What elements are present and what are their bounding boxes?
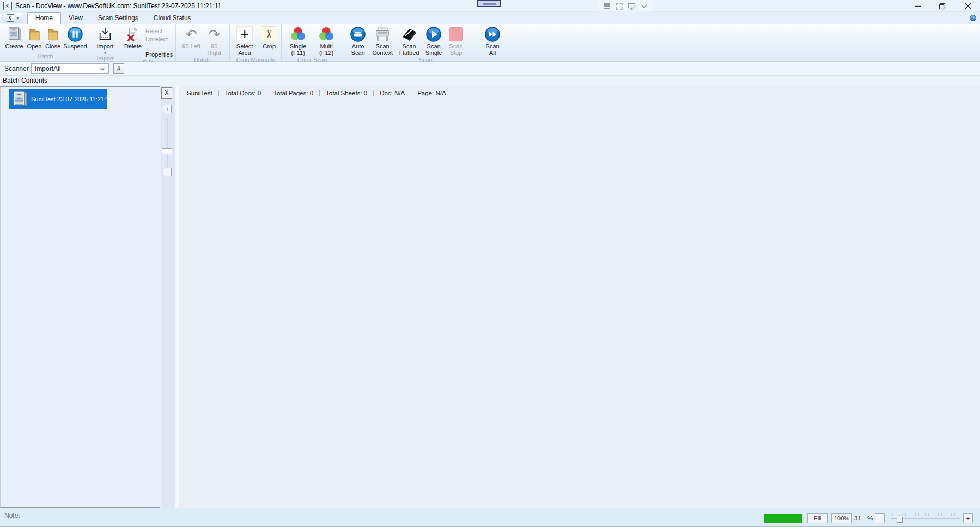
flatbed-icon — [401, 26, 417, 42]
status-bar: Note: Fill 100% 31 % - + — [0, 508, 980, 527]
select-area-button[interactable]: + Select Area — [233, 24, 257, 56]
ribbon-button-label: Scan All — [482, 44, 503, 56]
svg-text:S: S — [8, 15, 11, 21]
tab-scan-settings[interactable]: Scan Settings — [90, 12, 146, 24]
zoom-slider-thumb-vertical[interactable] — [162, 148, 172, 154]
ribbon-button-label: Scan Single — [423, 44, 444, 56]
remote-toolbar — [599, 0, 652, 12]
minimize-button[interactable] — [909, 0, 927, 12]
zoom-in-button-vertical[interactable]: + — [163, 105, 172, 113]
note-label: Note: — [4, 512, 20, 519]
ribbon-group-label: Batch — [4, 52, 87, 61]
ribbon-button-label: Scan Stop — [446, 44, 466, 56]
ribbon-button-label: Crop — [263, 44, 276, 50]
svg-text:S: S — [5, 3, 9, 9]
ribbon-group-rotate: ↶ 90 Left ↷ 90 Right Rotate — [176, 24, 230, 61]
title-bar: S Scan - DocView - www.DevSoftUK.com: Su… — [0, 0, 980, 12]
batch-tree-item[interactable]: SunilTest 23-07-2025 11:21:11 — [9, 89, 107, 109]
restore-button[interactable] — [933, 0, 951, 12]
close-document-button[interactable]: X — [161, 87, 172, 99]
color-scan-single-button[interactable]: Single (F11) — [287, 24, 309, 56]
rgb-circles-icon — [290, 26, 306, 42]
fill-button[interactable]: Fill — [807, 513, 828, 523]
batch-contents-panel[interactable]: SunilTest 23-07-2025 11:21:11 — [0, 86, 160, 508]
doc-info-total-sheets: Total Sheets: 0 — [319, 90, 373, 96]
tab-cloud-status[interactable]: Cloud Status — [146, 12, 199, 24]
doc-info-doc: Doc: N/A — [373, 90, 411, 96]
batch-contents-title: Batch Contents — [3, 77, 47, 84]
grid-icon[interactable] — [604, 3, 611, 10]
app-icon: S — [3, 2, 12, 10]
unreject-button[interactable]: Unreject — [145, 35, 173, 44]
reject-button[interactable]: Reject — [145, 27, 173, 35]
ribbon-button-label: Scan Context — [370, 44, 395, 56]
ribbon-button-label: Auto Scan — [348, 44, 368, 56]
ribbon-tabs: Home View Scan Settings Cloud Status — [27, 12, 199, 24]
scanner-dropdown[interactable]: ImportAll — [31, 63, 109, 74]
file-cabinet-icon — [6, 26, 22, 42]
document-view-area[interactable] — [179, 86, 980, 508]
ribbon-button-label: 90 Right — [205, 44, 223, 56]
chevron-down-icon[interactable] — [641, 4, 648, 9]
import-tray-icon — [98, 26, 113, 42]
import-button[interactable]: Import ▼ — [93, 24, 117, 54]
import-dropdown-arrow[interactable]: ▼ — [104, 51, 107, 54]
zoom-slider-thumb[interactable] — [897, 515, 903, 523]
printer-icon — [374, 26, 391, 42]
ribbon-button-label: Delete — [124, 44, 142, 50]
file-cabinet-icon — [10, 90, 29, 108]
chevron-down-icon: ▼ — [16, 16, 20, 21]
delete-button[interactable]: Delete — [123, 24, 143, 50]
ribbon-button-label: 90 Left — [182, 44, 200, 50]
close-button[interactable] — [959, 0, 977, 12]
suspend-button[interactable]: Suspend — [63, 24, 87, 50]
open-button[interactable]: Open — [26, 24, 42, 50]
ribbon-button-label: Close — [45, 44, 60, 50]
edit-link-stack: Reject Unreject Properties — [145, 27, 173, 59]
play-circle-icon — [425, 26, 442, 42]
tab-home[interactable]: Home — [27, 12, 61, 24]
rotate-90-left-button[interactable]: ↶ 90 Left — [182, 24, 200, 50]
tab-view[interactable]: View — [61, 12, 90, 24]
ribbon-tab-row: S ▼ Home View Scan Settings Cloud Status… — [0, 12, 980, 24]
help-icon[interactable]: ? — [970, 15, 976, 21]
scanner-count-button[interactable]: # — [113, 63, 124, 74]
zoom-out-button[interactable]: - — [875, 513, 885, 523]
scissors-icon: ✂ — [261, 26, 277, 42]
zoom-slider-track-vertical[interactable] — [167, 118, 168, 170]
zoom-in-button[interactable]: + — [963, 513, 973, 523]
scan-single-button[interactable]: Scan Single — [423, 24, 444, 56]
create-button[interactable]: Create — [4, 24, 25, 50]
panel-gap — [175, 86, 179, 508]
stop-square-icon — [449, 27, 463, 41]
crop-button[interactable]: ✂ Crop — [260, 24, 278, 50]
window-title: Scan - DocView - www.DevSoftUK.com: Suni… — [15, 2, 221, 10]
properties-button[interactable]: Properties — [145, 51, 173, 59]
scan-all-button[interactable]: Scan All — [482, 24, 503, 56]
auto-scan-button[interactable]: Auto Scan — [348, 24, 368, 56]
toolbar-handle[interactable] — [477, 0, 501, 7]
pause-circle-icon — [67, 26, 83, 42]
ribbon-group-batch: Create Open Close — [1, 24, 90, 61]
monitor-icon[interactable] — [628, 3, 636, 10]
rotate-90-right-button[interactable]: ↷ 90 Right — [205, 24, 223, 56]
color-scan-multi-button[interactable]: Multi (F12) — [315, 24, 338, 56]
fullscreen-icon[interactable] — [616, 3, 623, 10]
chevron-down-icon — [100, 67, 105, 71]
ribbon-button-label: Suspend — [63, 44, 87, 50]
ribbon-group-import: Import ▼ Import — [90, 24, 120, 61]
zoom-100-button[interactable]: 100% — [831, 513, 852, 523]
batch-contents-header: Batch Contents — [0, 76, 980, 86]
zoom-slider-ticks — [892, 513, 959, 516]
app-menu-button[interactable]: S ▼ — [3, 13, 23, 23]
zoom-value: 31 — [854, 513, 861, 523]
scan-stop-button[interactable]: Scan Stop — [446, 24, 466, 56]
scan-flatbed-button[interactable]: Scan Flatbed — [397, 24, 421, 56]
document-info-bar: SunilTest Total Docs: 0 Total Pages: 0 T… — [181, 87, 452, 99]
folder-icon — [46, 26, 60, 42]
ribbon-button-label: Import — [96, 44, 113, 50]
close-batch-button[interactable]: Close — [44, 24, 62, 50]
zoom-out-button-vertical[interactable]: - — [163, 168, 172, 176]
scan-context-button[interactable]: Scan Context — [370, 24, 395, 56]
ribbon-group-color-scan: Single (F11) Multi (F12) Color Scan — [282, 24, 343, 61]
